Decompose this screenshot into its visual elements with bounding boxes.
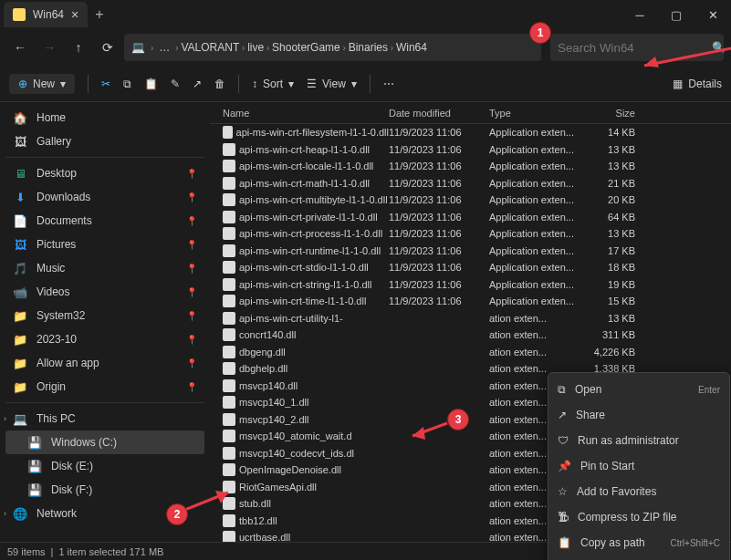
file-name: api-ms-win-crt-private-l1-1-0.dll [239, 212, 378, 223]
plus-icon: ⊕ [18, 78, 27, 90]
folder-icon: 💾 [27, 482, 42, 497]
breadcrumb[interactable]: Win64 [396, 41, 427, 54]
breadcrumb[interactable]: VALORANT [181, 41, 239, 54]
maximize-button[interactable]: ▢ [658, 0, 694, 29]
file-row[interactable]: api-ms-win-crt-multibyte-l1-1-0.dll11/9/… [210, 192, 731, 209]
close-button[interactable]: ✕ [694, 0, 731, 29]
menu-label: Compress to ZIP file [578, 511, 676, 524]
sidebar-item[interactable]: 📁System32📍 [5, 304, 204, 327]
file-name: concrt140.dll [239, 329, 296, 340]
pin-icon: 📍 [186, 216, 197, 226]
copy-button[interactable]: ⧉ [123, 78, 131, 90]
sidebar-item[interactable]: 📁Allow an app📍 [5, 351, 204, 375]
file-date: 11/9/2023 11:06 [389, 245, 489, 256]
delete-button[interactable]: 🗑 [214, 78, 225, 90]
share-button[interactable]: ↗ [193, 78, 202, 90]
sidebar-item[interactable]: 📹Videos📍 [5, 280, 204, 304]
tab-win64[interactable]: Win64 × [4, 2, 88, 27]
sidebar-item[interactable]: ⬇Downloads📍 [5, 185, 204, 209]
context-menu-item[interactable]: ☆Add to Favorites [548, 479, 729, 504]
context-menu-item[interactable]: 🛡Run as administrator [548, 428, 729, 453]
sidebar-item[interactable]: 💾Windows (C:) [5, 430, 204, 454]
paste-button[interactable]: 📋 [144, 78, 158, 90]
sidebar-item[interactable]: 🎵Music📍 [5, 256, 204, 280]
col-date[interactable]: Date modified [389, 108, 489, 119]
file-icon [223, 193, 235, 206]
file-icon [223, 126, 233, 139]
context-menu-item[interactable]: 📌Pin to Start [548, 453, 729, 479]
up-button[interactable]: ↑ [66, 35, 91, 60]
context-menu-item[interactable]: 📋Copy as pathCtrl+Shift+C [548, 530, 729, 555]
sidebar-item[interactable]: 🖥Desktop📍 [5, 161, 204, 185]
file-row[interactable]: api-ms-win-crt-utility-l1-ation exten...… [210, 310, 731, 327]
sidebar-item-label: Documents [37, 214, 92, 227]
file-row[interactable]: api-ms-win-crt-math-l1-1-0.dll11/9/2023 … [210, 175, 731, 192]
folder-icon: 🎵 [13, 261, 27, 275]
breadcrumb[interactable]: Binaries [349, 41, 388, 54]
new-tab-button[interactable]: + [95, 6, 103, 23]
sort-button[interactable]: ↕ Sort ▾ [252, 78, 294, 90]
more-button[interactable]: ⋯ [383, 78, 394, 90]
file-row[interactable]: api-ms-win-crt-string-l1-1-0.dll11/9/202… [210, 276, 731, 294]
more-crumb[interactable]: … [159, 41, 170, 54]
refresh-button[interactable]: ⟳ [95, 35, 120, 60]
file-date: 11/9/2023 11:06 [389, 279, 489, 290]
file-icon [223, 312, 235, 325]
context-menu-item[interactable]: 🔧PropertiesAlt+Enter [548, 555, 729, 560]
file-icon [223, 244, 235, 257]
sidebar-item[interactable]: 🖼Pictures📍 [5, 233, 204, 256]
col-size[interactable]: Size [580, 108, 644, 119]
file-size: 20 KB [580, 194, 644, 205]
breadcrumb[interactable]: live [247, 41, 264, 54]
column-header[interactable]: Name Date modified Type Size [210, 102, 731, 124]
file-date: 11/9/2023 11:06 [389, 144, 489, 155]
forward-button[interactable]: → [37, 35, 62, 60]
cut-button[interactable]: ✂ [101, 78, 110, 90]
file-date: 11/9/2023 11:06 [389, 161, 489, 171]
file-row[interactable]: api-ms-win-crt-filesystem-l1-1-0.dll11/9… [210, 124, 731, 141]
file-type: ation exten... [489, 347, 580, 358]
view-button[interactable]: ☰ View ▾ [307, 78, 357, 90]
rename-button[interactable]: ✎ [171, 78, 180, 90]
file-row[interactable]: api-ms-win-crt-time-l1-1-0.dll11/9/2023 … [210, 293, 731, 310]
file-row[interactable]: api-ms-win-crt-process-l1-1-0.dll11/9/20… [210, 225, 731, 243]
details-button[interactable]: ▦ Details [673, 78, 722, 90]
file-size: 18 KB [580, 262, 644, 273]
folder-icon: 📁 [13, 308, 27, 323]
sidebar-item[interactable]: 📁Origin📍 [5, 375, 204, 399]
file-size: 17 KB [580, 245, 644, 256]
sidebar-item[interactable]: ›💻This PC [5, 407, 204, 430]
sidebar-item[interactable]: 💾Disk (E:) [5, 454, 204, 478]
sidebar-item[interactable]: 📁2023-10📍 [5, 327, 204, 351]
address-bar[interactable]: 💻 › … › VALORANT › live › ShooterGame › … [124, 34, 541, 61]
file-row[interactable]: concrt140.dllation exten...311 KB [210, 327, 731, 344]
file-row[interactable]: api-ms-win-crt-stdio-l1-1-0.dll11/9/2023… [210, 259, 731, 276]
sidebar-item[interactable]: 🏠Home [5, 106, 204, 130]
pin-icon: 📍 [186, 192, 197, 202]
file-row[interactable]: api-ms-win-crt-heap-l1-1-0.dll11/9/2023 … [210, 141, 731, 159]
file-icon [223, 177, 235, 190]
col-name[interactable]: Name [215, 108, 389, 119]
col-type[interactable]: Type [489, 108, 580, 119]
context-menu-item[interactable]: ⧉OpenEnter [548, 377, 729, 402]
new-button[interactable]: ⊕ New ▾ [9, 74, 75, 94]
back-button[interactable]: ← [7, 35, 33, 60]
file-type: Application exten... [489, 296, 580, 306]
context-menu-item[interactable]: ↗Share [548, 402, 729, 428]
sidebar-item[interactable]: 🖼Gallery [5, 130, 204, 153]
close-tab-icon[interactable]: × [71, 7, 78, 22]
file-row[interactable]: api-ms-win-crt-private-l1-1-0.dll11/9/20… [210, 209, 731, 226]
file-row[interactable]: api-ms-win-crt-locale-l1-1-0.dll11/9/202… [210, 158, 731, 175]
file-name: msvcp140_atomic_wait.d [239, 430, 352, 441]
file-size: 21 KB [580, 178, 644, 189]
context-menu-item[interactable]: 🗜Compress to ZIP file [548, 504, 729, 530]
file-size: 19 KB [580, 279, 644, 290]
file-icon [223, 143, 235, 156]
breadcrumb[interactable]: ShooterGame [272, 41, 340, 54]
menu-icon: ⧉ [558, 383, 566, 396]
file-row[interactable]: dbgeng.dllation exten...4,226 KB [210, 344, 731, 361]
sidebar-item[interactable]: 📄Documents📍 [5, 209, 204, 233]
folder-icon: 🌐 [13, 506, 27, 521]
minimize-button[interactable]: ─ [621, 0, 658, 29]
file-row[interactable]: api-ms-win-crt-runtime-l1-1-0.dll11/9/20… [210, 243, 731, 260]
